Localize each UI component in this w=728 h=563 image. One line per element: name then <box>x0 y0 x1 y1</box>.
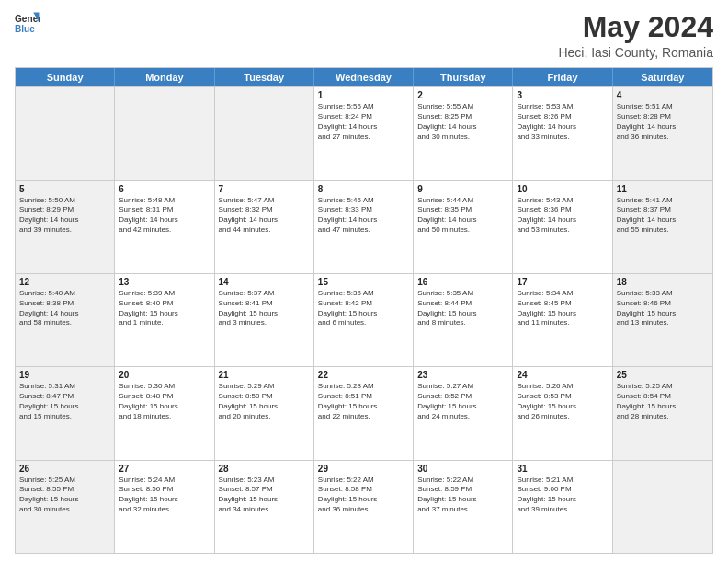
cell-info-line: Sunrise: 5:31 AM <box>19 382 110 392</box>
cell-info-line: Sunset: 8:26 PM <box>517 112 608 122</box>
cell-info-line: Sunset: 8:47 PM <box>19 392 110 402</box>
day-number: 16 <box>417 277 508 287</box>
page: GeneralBlue May 2024 Heci, Iasi County, … <box>0 0 728 563</box>
calendar-cell: 28Sunrise: 5:23 AMSunset: 8:57 PMDayligh… <box>215 461 314 553</box>
calendar-cell: 1Sunrise: 5:56 AMSunset: 8:24 PMDaylight… <box>314 87 414 179</box>
day-number: 18 <box>617 277 709 287</box>
cell-info-line: Sunset: 8:44 PM <box>417 299 508 309</box>
cell-info-line: Sunset: 8:58 PM <box>318 485 409 495</box>
calendar-cell: 21Sunrise: 5:29 AMSunset: 8:50 PMDayligh… <box>215 367 314 459</box>
calendar-cell: 7Sunrise: 5:47 AMSunset: 8:32 PMDaylight… <box>215 181 314 273</box>
calendar-cell <box>16 87 115 179</box>
cell-info-line: Sunset: 8:54 PM <box>617 392 709 402</box>
day-number: 27 <box>119 464 210 474</box>
cell-info-line: Sunset: 8:42 PM <box>318 299 409 309</box>
cell-info-line: Sunset: 8:40 PM <box>119 299 210 309</box>
calendar-cell: 16Sunrise: 5:35 AMSunset: 8:44 PMDayligh… <box>414 274 513 366</box>
cell-info-line: and 6 minutes. <box>318 318 409 328</box>
header: GeneralBlue May 2024 Heci, Iasi County, … <box>15 11 713 60</box>
day-number: 26 <box>19 464 110 474</box>
day-number: 10 <box>517 184 608 194</box>
calendar-cell: 31Sunrise: 5:21 AMSunset: 9:00 PMDayligh… <box>513 461 612 553</box>
header-day: Tuesday <box>215 68 314 86</box>
cell-info-line: and 55 minutes. <box>617 225 709 236</box>
calendar-cell: 3Sunrise: 5:53 AMSunset: 8:26 PMDaylight… <box>513 87 612 179</box>
cell-info-line: Sunrise: 5:28 AM <box>318 382 409 392</box>
cell-info-line: Sunrise: 5:51 AM <box>617 102 709 112</box>
cell-info-line: Daylight: 14 hours <box>119 215 210 225</box>
day-number: 28 <box>219 464 310 474</box>
cell-info-line: and 37 minutes. <box>417 505 508 515</box>
cell-info-line: Daylight: 14 hours <box>617 122 709 132</box>
calendar-cell: 14Sunrise: 5:37 AMSunset: 8:41 PMDayligh… <box>215 274 314 366</box>
cell-info-line: and 44 minutes. <box>219 225 310 236</box>
day-number: 20 <box>119 370 210 380</box>
cell-info-line: Daylight: 15 hours <box>219 309 310 319</box>
cell-info-line: Sunrise: 5:44 AM <box>417 196 508 206</box>
calendar: SundayMondayTuesdayWednesdayThursdayFrid… <box>15 67 713 554</box>
cell-info-line: Sunrise: 5:36 AM <box>318 289 409 299</box>
day-number: 12 <box>19 277 110 287</box>
svg-text:Blue: Blue <box>15 24 35 34</box>
cell-info-line: Sunrise: 5:27 AM <box>417 382 508 392</box>
cell-info-line: Daylight: 14 hours <box>517 215 608 225</box>
cell-info-line: Sunset: 8:59 PM <box>417 485 508 495</box>
cell-info-line: Daylight: 14 hours <box>318 122 409 132</box>
day-number: 22 <box>318 370 409 380</box>
calendar-row: 12Sunrise: 5:40 AMSunset: 8:38 PMDayligh… <box>16 273 712 366</box>
cell-info-line: Sunrise: 5:55 AM <box>417 102 508 112</box>
calendar-cell: 26Sunrise: 5:25 AMSunset: 8:55 PMDayligh… <box>16 461 115 553</box>
cell-info-line: and 39 minutes. <box>19 225 110 236</box>
cell-info-line: and 11 minutes. <box>517 318 608 328</box>
cell-info-line: Sunset: 8:53 PM <box>517 392 608 402</box>
cell-info-line: Sunset: 8:32 PM <box>219 205 310 215</box>
cell-info-line: and 15 minutes. <box>19 412 110 422</box>
cell-info-line: Sunrise: 5:43 AM <box>517 196 608 206</box>
day-number: 6 <box>119 184 210 194</box>
cell-info-line: Daylight: 15 hours <box>417 309 508 319</box>
cell-info-line: Sunrise: 5:21 AM <box>517 476 608 486</box>
cell-info-line: Sunrise: 5:26 AM <box>517 382 608 392</box>
cell-info-line: Sunrise: 5:23 AM <box>219 476 310 486</box>
cell-info-line: and 30 minutes. <box>19 505 110 515</box>
header-day: Sunday <box>16 68 115 86</box>
cell-info-line: Sunset: 8:57 PM <box>219 485 310 495</box>
cell-info-line: and 20 minutes. <box>219 412 310 422</box>
calendar-cell: 25Sunrise: 5:25 AMSunset: 8:54 PMDayligh… <box>613 367 712 459</box>
cell-info-line: and 22 minutes. <box>318 412 409 422</box>
cell-info-line: Sunset: 8:29 PM <box>19 205 110 215</box>
logo: GeneralBlue <box>15 11 40 37</box>
main-title: May 2024 <box>558 11 713 43</box>
cell-info-line: Sunset: 8:51 PM <box>318 392 409 402</box>
cell-info-line: Sunrise: 5:50 AM <box>19 196 110 206</box>
cell-info-line: Sunrise: 5:30 AM <box>119 382 210 392</box>
cell-info-line: Sunrise: 5:47 AM <box>219 196 310 206</box>
cell-info-line: Sunrise: 5:48 AM <box>119 196 210 206</box>
cell-info-line: Sunset: 8:41 PM <box>219 299 310 309</box>
calendar-cell: 12Sunrise: 5:40 AMSunset: 8:38 PMDayligh… <box>16 274 115 366</box>
cell-info-line: and 32 minutes. <box>119 505 210 515</box>
cell-info-line: Sunset: 8:48 PM <box>119 392 210 402</box>
day-number: 9 <box>417 184 508 194</box>
cell-info-line: Sunrise: 5:24 AM <box>119 476 210 486</box>
cell-info-line: Sunrise: 5:46 AM <box>318 196 409 206</box>
cell-info-line: Daylight: 15 hours <box>517 402 608 412</box>
day-number: 24 <box>517 370 608 380</box>
header-day: Wednesday <box>314 68 414 86</box>
calendar-cell: 22Sunrise: 5:28 AMSunset: 8:51 PMDayligh… <box>314 367 414 459</box>
subtitle: Heci, Iasi County, Romania <box>558 45 713 60</box>
cell-info-line: Daylight: 15 hours <box>318 309 409 319</box>
cell-info-line: Daylight: 15 hours <box>617 309 709 319</box>
calendar-cell: 23Sunrise: 5:27 AMSunset: 8:52 PMDayligh… <box>414 367 513 459</box>
cell-info-line: Sunset: 8:46 PM <box>617 299 709 309</box>
calendar-cell <box>613 461 712 553</box>
cell-info-line: and 24 minutes. <box>417 412 508 422</box>
cell-info-line: and 36 minutes. <box>318 505 409 515</box>
cell-info-line: and 28 minutes. <box>617 412 709 422</box>
cell-info-line: Sunset: 8:50 PM <box>219 392 310 402</box>
header-day: Friday <box>513 68 612 86</box>
calendar-cell: 17Sunrise: 5:34 AMSunset: 8:45 PMDayligh… <box>513 274 612 366</box>
cell-info-line: and 27 minutes. <box>318 132 409 143</box>
calendar-cell: 10Sunrise: 5:43 AMSunset: 8:36 PMDayligh… <box>513 181 612 273</box>
day-number: 29 <box>318 464 409 474</box>
